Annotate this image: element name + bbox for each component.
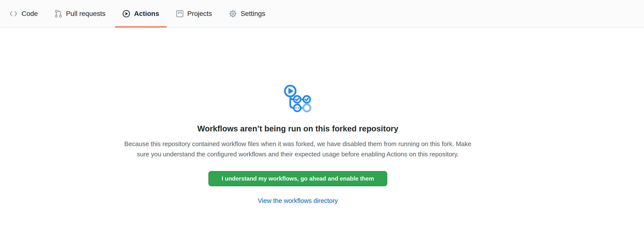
tab-label: Code bbox=[22, 10, 38, 18]
blankslate-description: Because this repository contained workfl… bbox=[102, 139, 493, 159]
tab-code[interactable]: Code bbox=[2, 0, 45, 27]
repo-nav: Code Pull requests Actions bbox=[0, 0, 644, 28]
actions-disabled-blankslate: Workflows aren’t being run on this forke… bbox=[102, 28, 493, 204]
tab-label: Actions bbox=[134, 10, 159, 18]
tab-pull-requests[interactable]: Pull requests bbox=[48, 0, 113, 27]
tab-label: Settings bbox=[241, 10, 265, 18]
tab-label: Projects bbox=[188, 10, 212, 18]
tab-actions[interactable]: Actions bbox=[115, 0, 166, 27]
workflow-graph-icon bbox=[284, 84, 312, 114]
view-workflows-directory-link[interactable]: View the workflows directory bbox=[102, 197, 493, 204]
project-icon bbox=[176, 10, 184, 17]
blankslate-title: Workflows aren’t being run on this forke… bbox=[102, 124, 493, 133]
code-icon bbox=[9, 10, 18, 17]
play-icon bbox=[122, 10, 130, 18]
description-line-2: sure you understand the configured workf… bbox=[102, 149, 493, 159]
git-pull-request-icon bbox=[55, 10, 62, 18]
tab-settings[interactable]: Settings bbox=[222, 0, 273, 27]
enable-workflows-button[interactable]: I understand my workflows, go ahead and … bbox=[208, 171, 387, 186]
tab-label: Pull requests bbox=[66, 10, 106, 18]
gear-icon bbox=[229, 10, 237, 18]
tab-projects[interactable]: Projects bbox=[169, 0, 220, 27]
description-line-1: Because this repository contained workfl… bbox=[102, 139, 493, 149]
